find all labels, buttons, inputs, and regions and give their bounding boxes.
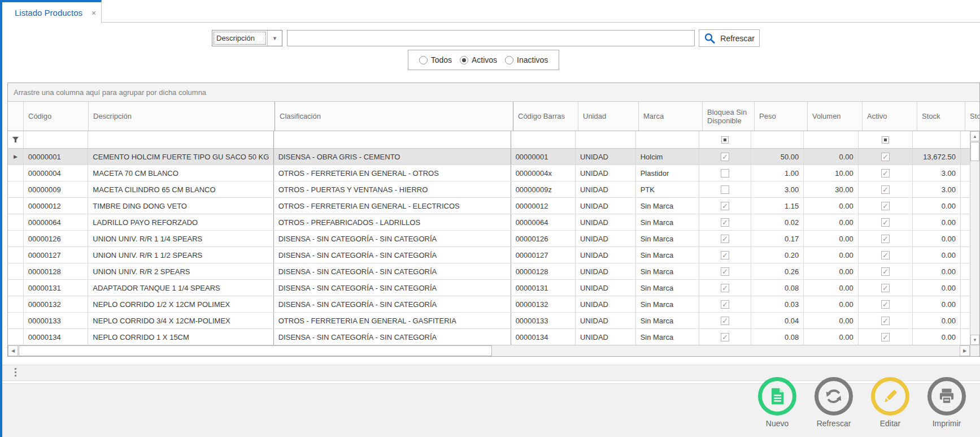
horizontal-scrollbar-track[interactable] xyxy=(492,345,960,356)
table-row[interactable]: 00000131ADAPTADOR TANQUE 1 1/4 SPEARSDIS… xyxy=(8,280,970,296)
filter-cell-codigo[interactable] xyxy=(24,131,88,148)
column-header-codigo-barras[interactable]: Código Barras xyxy=(513,102,578,131)
table-row[interactable]: 00000126UNION UNIV. R/R 1 1/4 SPEARSDISE… xyxy=(8,231,970,247)
scroll-right-icon[interactable]: ▶ xyxy=(960,345,970,356)
activo-checkbox[interactable] xyxy=(881,251,890,259)
cell-codigo: 00000134 xyxy=(24,329,88,345)
horizontal-scrollbar-thumb[interactable] xyxy=(19,345,492,356)
activo-checkbox[interactable] xyxy=(881,202,890,210)
cell-unidad: UNIDAD xyxy=(576,214,636,230)
table-row[interactable]: 00000012TIMBRE DING DONG VETOOTROS - FER… xyxy=(8,198,970,214)
radio-activos[interactable]: Activos xyxy=(460,55,497,64)
filter-cell-activo[interactable] xyxy=(859,131,913,148)
column-header-activo[interactable]: Activo xyxy=(863,102,917,131)
filter-cell-bloquea[interactable] xyxy=(699,131,751,148)
table-row[interactable]: 00000132NEPLO CORRIDO 1/2 X 12CM POLIMEX… xyxy=(8,296,970,313)
activo-checkbox[interactable] xyxy=(881,185,890,194)
bloquea-filter-checkbox[interactable] xyxy=(721,136,729,144)
grip-dots-icon[interactable] xyxy=(15,368,16,377)
filter-cell-stock-cut[interactable] xyxy=(961,131,970,148)
filter-cell-clasificacion[interactable] xyxy=(274,131,511,148)
table-row[interactable]: 00000128UNION UNIV. R/R 2 SPEARSDISENSA … xyxy=(8,263,970,280)
activo-cell xyxy=(859,313,913,328)
vertical-scrollbar[interactable]: ▲ ▼ xyxy=(970,131,979,345)
cell-codigo: 00000133 xyxy=(24,313,88,328)
vertical-scrollbar-thumb[interactable] xyxy=(970,142,979,161)
table-row[interactable]: 00000133NEPLO CORRIDO 3/4 X 12CM-POLIMEX… xyxy=(8,313,970,329)
group-by-panel[interactable]: Arrastre una columna aquí para agrupar p… xyxy=(8,83,979,102)
bloquea-checkbox[interactable] xyxy=(721,333,729,341)
column-header-volumen[interactable]: Volumen xyxy=(808,102,863,131)
table-row[interactable]: ▶00000001CEMENTO HOLCIM FUERTE TIPO GU S… xyxy=(8,149,970,165)
bloquea-checkbox[interactable] xyxy=(721,218,729,227)
filter-cell-peso[interactable] xyxy=(751,131,804,148)
radio-inactivos[interactable]: Inactivos xyxy=(505,55,548,64)
tab-close-icon[interactable]: × xyxy=(92,8,96,18)
refrescar-button[interactable]: Refrescar xyxy=(811,377,857,428)
activo-checkbox[interactable] xyxy=(881,218,890,227)
editar-button[interactable]: Editar xyxy=(867,377,913,428)
column-header-clasificacion[interactable]: Clasificación xyxy=(275,102,513,131)
cell-peso: 0.08 xyxy=(751,329,804,345)
cell-codigo: 00000132 xyxy=(24,296,88,312)
selected-row-arrow-icon: ▶ xyxy=(14,154,18,159)
activo-filter-checkbox[interactable] xyxy=(882,136,889,144)
header-row-indicator xyxy=(8,102,24,131)
column-header-peso[interactable]: Peso xyxy=(755,102,808,131)
bloquea-checkbox[interactable] xyxy=(721,300,729,309)
activo-checkbox[interactable] xyxy=(881,169,890,178)
scroll-up-icon[interactable]: ▲ xyxy=(970,131,979,141)
bloquea-checkbox[interactable] xyxy=(721,235,729,243)
table-row[interactable]: 00000064LADRILLO PAYO REFORZADOOTROS - P… xyxy=(8,214,970,231)
search-refresh-button[interactable]: Refrescar xyxy=(699,29,760,47)
horizontal-scrollbar[interactable]: ◀ ▶ xyxy=(8,345,979,356)
filter-cell-volumen[interactable] xyxy=(804,131,859,148)
activo-checkbox[interactable] xyxy=(881,317,890,325)
bloquea-checkbox[interactable] xyxy=(721,202,729,210)
table-row[interactable]: 00000004MACETA 70 CM BLANCOOTROS - FERRE… xyxy=(8,165,970,181)
tab-listado-productos[interactable]: Listado Productos × xyxy=(2,0,102,23)
filter-cell-unidad[interactable] xyxy=(576,131,636,148)
activo-checkbox[interactable] xyxy=(881,235,890,243)
table-row[interactable]: 00000134NEPLO CORRIDO 1 X 15CMDISENSA - … xyxy=(8,329,970,345)
column-header-stock-cut[interactable]: Sto xyxy=(965,102,979,131)
bloquea-checkbox[interactable] xyxy=(721,185,729,194)
search-field-selector[interactable]: Descripción ▼ xyxy=(212,30,282,46)
activo-checkbox[interactable] xyxy=(881,333,890,341)
filter-cell-codigo-barras[interactable] xyxy=(511,131,576,148)
activo-checkbox[interactable] xyxy=(881,284,890,292)
column-header-bloquea[interactable]: Bloquea Sin Disponible xyxy=(703,102,755,131)
cell-unidad: UNIDAD xyxy=(576,280,636,296)
column-header-stock[interactable]: Stock xyxy=(917,102,965,131)
scroll-left-icon[interactable]: ◀ xyxy=(8,345,18,356)
radio-todos[interactable]: Todos xyxy=(419,55,452,64)
cell-stock: 13,672.50 xyxy=(913,149,961,165)
table-row[interactable]: 00000009MACETA CILINDRO 65 CM BLANCOOTRO… xyxy=(8,181,970,198)
cell-volumen: 0.00 xyxy=(804,296,859,312)
filter-cell-descripcion[interactable] xyxy=(88,131,273,148)
cell-unidad: UNIDAD xyxy=(576,165,636,181)
column-header-unidad[interactable]: Unidad xyxy=(578,102,639,131)
table-row[interactable]: 00000127UNION UNIV. R/R 1 1/2 SPEARSDISE… xyxy=(8,247,970,263)
cell-clasificacion: DISENSA - SIN CATEGORÍA - SIN CATEGORÍA xyxy=(274,231,511,246)
bloquea-checkbox[interactable] xyxy=(721,317,729,325)
chevron-down-icon[interactable]: ▼ xyxy=(267,31,282,46)
bloquea-checkbox[interactable] xyxy=(721,251,729,259)
activo-checkbox[interactable] xyxy=(881,300,890,309)
bloquea-checkbox[interactable] xyxy=(721,169,729,178)
column-header-marca[interactable]: Marca xyxy=(639,102,703,131)
search-input[interactable] xyxy=(287,30,695,46)
bloquea-checkbox[interactable] xyxy=(721,284,729,292)
nuevo-button[interactable]: Nuevo xyxy=(754,377,800,428)
bloquea-checkbox[interactable] xyxy=(721,267,729,276)
activo-checkbox[interactable] xyxy=(881,267,890,276)
filter-cell-stock[interactable] xyxy=(913,131,961,148)
imprimir-button[interactable]: Imprimir xyxy=(924,377,970,428)
column-header-codigo[interactable]: Código xyxy=(24,102,89,131)
scroll-down-icon[interactable]: ▼ xyxy=(970,335,979,345)
bloquea-checkbox[interactable] xyxy=(721,153,729,161)
column-header-descripcion[interactable]: Descripción xyxy=(89,102,275,131)
activo-checkbox[interactable] xyxy=(881,153,890,161)
vertical-scrollbar-track[interactable] xyxy=(970,161,979,335)
filter-cell-marca[interactable] xyxy=(636,131,700,148)
